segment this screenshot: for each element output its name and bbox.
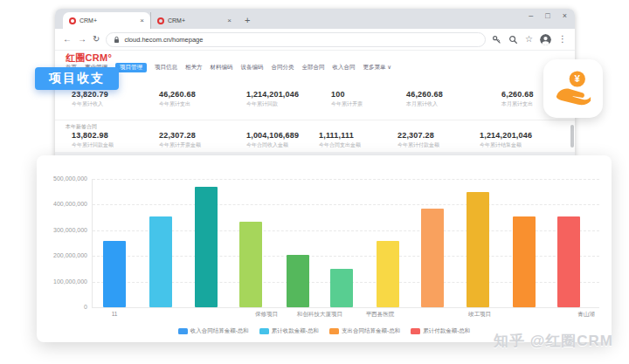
crm-nav-item[interactable]: 项目信息: [155, 64, 177, 72]
stat-label: 本月累计收入: [406, 100, 443, 108]
stat-value: 13,802.98: [72, 131, 114, 140]
crm-nav-item[interactable]: 相关方: [185, 64, 203, 72]
legend-swatch: [259, 328, 269, 334]
browser-window: CRM+ × CRM+ × + – □ × ← → ↻: [55, 9, 575, 159]
chart-card: 500,000,000400,000,000300,000,000200,000…: [37, 155, 612, 342]
stat-column: 22,307.28今年累计开票金额: [159, 131, 201, 149]
stat-column: 1,111,111今年合同支出金额: [319, 131, 361, 149]
forward-button[interactable]: →: [78, 35, 86, 44]
legend-label: 累计付款金额-总和: [423, 327, 470, 335]
maximize-button[interactable]: □: [545, 11, 550, 20]
legend-label: 收入合同结算金额-总和: [190, 327, 249, 335]
tab-close-icon[interactable]: ×: [140, 17, 144, 24]
stat-value: 1,214,201,046: [246, 90, 299, 99]
bookmark-star-icon[interactable]: ☆: [525, 35, 533, 44]
chart-bar[interactable]: [103, 241, 126, 307]
url-field[interactable]: cloud.hecom.cn/homepage: [106, 32, 486, 47]
stat-column: 23,820.79今年累计收入: [72, 90, 108, 108]
stat-column: 100今年累计开票: [331, 90, 363, 108]
stat-column: 22,307.28今年累计付款金额: [397, 131, 439, 149]
stat-label: 今年合同收入金额: [246, 141, 299, 149]
chart-bar[interactable]: [149, 216, 172, 307]
x-axis-label: 11: [75, 311, 154, 317]
stat-value: 6,260.68: [501, 90, 534, 99]
minimize-button[interactable]: –: [529, 11, 533, 20]
legend-swatch: [411, 328, 420, 334]
address-bar-icons: ☆ ⋮: [492, 34, 567, 45]
gridline: [93, 179, 599, 180]
stat-value: 100: [331, 90, 363, 99]
tab-title: CRM+: [79, 17, 136, 24]
legend-swatch: [178, 328, 188, 334]
browser-tab-inactive[interactable]: CRM+ ×: [150, 12, 238, 29]
browser-tab-active[interactable]: CRM+ ×: [63, 12, 150, 29]
crm-nav-item[interactable]: 更多菜单 ∨: [363, 64, 392, 72]
x-axis-label: 平西县医院: [341, 311, 419, 319]
gridline: [93, 204, 599, 205]
chart-bar[interactable]: [377, 241, 399, 307]
stats-row-2: 13,802.98今年累计回款金额22,307.28今年累计开票金额1,004,…: [66, 131, 566, 154]
crm-nav-item[interactable]: 材料编码: [211, 64, 233, 72]
yuan-symbol: ¥: [575, 73, 581, 84]
chart-bar[interactable]: [195, 187, 218, 307]
chart-bar[interactable]: [421, 209, 444, 307]
chart-bar[interactable]: [557, 216, 580, 307]
y-axis-label: 100,000,000: [38, 278, 87, 285]
chart-bar[interactable]: [287, 255, 309, 307]
stat-label: 今年累计开票: [331, 100, 363, 108]
crm-nav-item[interactable]: 收入合同: [333, 64, 356, 72]
legend-item[interactable]: 收入合同结算金额-总和: [178, 327, 249, 335]
section-title: 本年新签合同: [66, 123, 97, 131]
crm-page-content: 红圈CRM° 首页事业管理项目管理项目信息相关方材料编码设备编码合同分类全部合同…: [55, 51, 575, 160]
tab-close-icon[interactable]: ×: [227, 17, 232, 24]
income-hand-icon-card: ¥: [543, 59, 603, 118]
chart-bar[interactable]: [467, 192, 489, 307]
stat-label: 今年累计回款: [246, 100, 299, 108]
legend-swatch: [329, 328, 339, 334]
back-button[interactable]: ←: [63, 35, 72, 44]
y-axis-label: 200,000,000: [38, 252, 87, 258]
stat-label: 今年累计支出: [159, 100, 196, 108]
stat-value: 22,307.28: [159, 131, 201, 140]
search-icon[interactable]: [508, 35, 518, 45]
browser-menu-icon[interactable]: ⋮: [558, 35, 567, 44]
y-axis-label: 0: [38, 304, 87, 310]
screenshot-stage: CRM+ × CRM+ × + – □ × ← → ↻: [0, 0, 629, 364]
chart-bar[interactable]: [330, 269, 353, 307]
close-button[interactable]: ×: [563, 11, 567, 20]
chart-bar[interactable]: [239, 222, 262, 307]
scrollbar-thumb[interactable]: [570, 125, 574, 148]
lock-icon[interactable]: [114, 36, 120, 44]
refresh-button[interactable]: ↻: [93, 35, 100, 44]
stat-column: 1,214,201,046今年累计回款: [246, 90, 299, 108]
legend-item[interactable]: 支出合同结算金额-总和: [329, 327, 400, 335]
crm-nav-item[interactable]: 合同分类: [272, 64, 294, 72]
crm-nav-item[interactable]: 设备编码: [241, 64, 264, 72]
chart-bar[interactable]: [513, 216, 536, 307]
tab-strip: CRM+ × CRM+ × + – □ ×: [55, 9, 575, 29]
stat-column: 46,260.68本月累计收入: [406, 90, 443, 108]
stat-column: 1,214,201,046今年累计结算金额: [480, 131, 532, 149]
legend-item[interactable]: 累计收款金额-总和: [259, 327, 319, 335]
stat-value: 46,260.68: [159, 90, 196, 99]
plot-area: 500,000,000400,000,000300,000,000200,000…: [92, 179, 599, 308]
section-divider: [55, 120, 575, 120]
stat-label: 今年合同支出金额: [319, 141, 361, 149]
x-axis-label: 青山湖: [547, 311, 626, 319]
crm-favicon-icon: [157, 17, 164, 24]
zhihu-watermark: 知乎 @红圈CRM: [494, 331, 613, 351]
profile-avatar[interactable]: [540, 34, 551, 45]
key-icon[interactable]: [492, 35, 501, 45]
y-axis-label: 300,000,000: [38, 227, 87, 233]
url-text: cloud.hecom.cn/homepage: [124, 36, 203, 44]
stats-row-1: 23,820.79今年累计收入46,260.68今年累计支出1,214,201,…: [66, 90, 566, 113]
project-income-expense-callout: 项目收支: [35, 67, 119, 90]
x-axis-label: 竣工项目: [440, 311, 519, 319]
stat-label: 今年累计回款金额: [72, 141, 114, 149]
new-tab-button[interactable]: +: [245, 15, 250, 25]
crm-nav-item[interactable]: 项目管理: [115, 63, 147, 72]
legend-item[interactable]: 累计付款金额-总和: [411, 327, 470, 335]
stat-value: 23,820.79: [72, 90, 108, 99]
crm-nav-item[interactable]: 全部合同: [302, 64, 325, 72]
window-controls: – □ ×: [529, 11, 567, 20]
